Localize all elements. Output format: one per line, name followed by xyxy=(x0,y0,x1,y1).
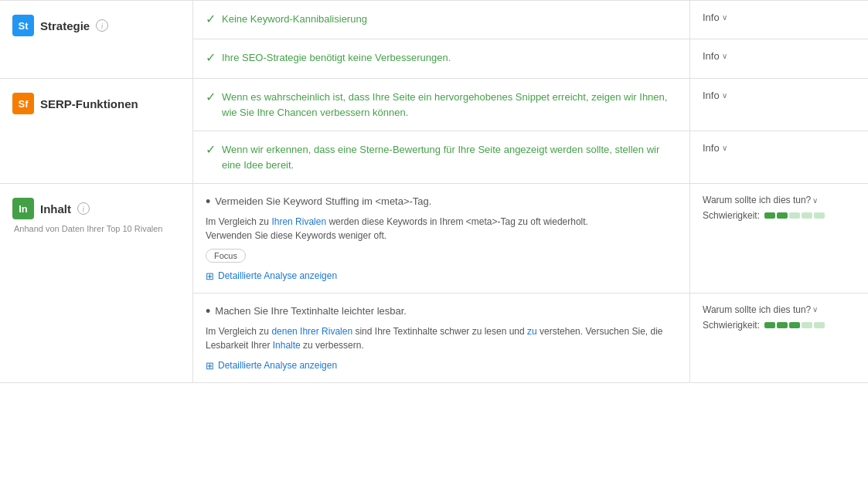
check-text: Ihre SEO-Strategie benötigt keine Verbes… xyxy=(222,50,451,66)
difficulty-bar xyxy=(802,322,812,328)
check-text: Keine Keyword-Kannibalisierung xyxy=(222,12,367,27)
section-serp: SfSERP-Funktionen✓Wenn es wahrscheinlich… xyxy=(0,78,868,183)
detail-analysis-link[interactable]: ⊞Detaillierte Analyse anzeigen xyxy=(206,270,677,282)
info-dropdown[interactable]: Info∨ xyxy=(703,50,856,62)
difficulty-bar xyxy=(777,212,788,219)
check-item: ✓Ihre SEO-Strategie benötigt keine Verbe… xyxy=(206,50,677,66)
info-label: Info xyxy=(703,12,720,23)
difficulty-bar xyxy=(802,212,812,219)
warum-text: Warum sollte ich dies tun? xyxy=(703,304,811,315)
info-dropdown[interactable]: Info∨ xyxy=(703,142,856,154)
info-dropdown[interactable]: Info∨ xyxy=(703,12,856,23)
row-content: ✓Keine Keyword-Kannibalisierung xyxy=(193,1,690,39)
grid-icon: ⊞ xyxy=(206,270,214,282)
checkmark-icon: ✓ xyxy=(206,90,216,106)
table-row: •Vermeiden Sie Keyword Stuffing im <meta… xyxy=(193,184,868,294)
check-item: ✓Wenn es wahrscheinlich ist, dass Ihre S… xyxy=(206,90,677,120)
detail-link-text: Detaillierte Analyse anzeigen xyxy=(218,360,337,371)
row-action: Info∨ xyxy=(690,39,868,78)
row-content: ✓Wenn wir erkennen, dass eine Sterne-Bew… xyxy=(193,131,690,183)
description-link[interactable]: Ihren Rivalen xyxy=(271,216,326,227)
difficulty-bar xyxy=(814,322,825,328)
row-action: Info∨ xyxy=(690,79,868,131)
section-title-strategie: Strategie xyxy=(40,19,90,32)
chevron-down-icon: ∨ xyxy=(722,13,727,22)
difficulty-bar xyxy=(814,212,825,219)
focus-tag[interactable]: Focus xyxy=(206,249,246,263)
grid-icon: ⊞ xyxy=(206,360,214,372)
table-row: ✓Keine Keyword-KannibalisierungInfo∨ xyxy=(193,1,868,39)
difficulty-bars xyxy=(764,322,825,328)
section-header-strategie: StStrategiei xyxy=(0,1,193,78)
section-rows-inhalt: •Vermeiden Sie Keyword Stuffing im <meta… xyxy=(193,184,868,382)
bullet-icon: • xyxy=(206,195,210,210)
table-row: •Machen Sie Ihre Textinhalte leichter le… xyxy=(193,294,868,382)
check-item: ✓Keine Keyword-Kannibalisierung xyxy=(206,12,677,28)
section-header-top: InInhalti xyxy=(12,198,180,219)
schwierigkeit-row: Schwierigkeit: xyxy=(703,320,856,331)
row-action: Warum sollte ich dies tun?∨Schwierigkeit… xyxy=(690,294,868,382)
warum-link[interactable]: Warum sollte ich dies tun?∨ xyxy=(703,195,856,205)
bullet-item: •Vermeiden Sie Keyword Stuffing im <meta… xyxy=(206,195,677,210)
section-strategie: StStrategiei✓Keine Keyword-Kannibalisier… xyxy=(0,0,868,78)
row-action: Info∨ xyxy=(690,131,868,183)
main-container: StStrategiei✓Keine Keyword-Kannibalisier… xyxy=(0,0,868,482)
difficulty-bars xyxy=(764,212,825,219)
section-title-inhalt: Inhalt xyxy=(40,202,71,216)
check-text: Wenn wir erkennen, dass eine Sterne-Bewe… xyxy=(222,142,677,172)
table-row: ✓Wenn es wahrscheinlich ist, dass Ihre S… xyxy=(193,79,868,131)
detail-link-text: Detaillierte Analyse anzeigen xyxy=(218,270,337,281)
section-subtitle-inhalt: Anhand von Daten Ihrer Top 10 Rivalen xyxy=(12,224,180,233)
info-circle-icon[interactable]: i xyxy=(77,202,90,215)
section-header-serp: SfSERP-Funktionen xyxy=(0,79,193,183)
difficulty-bar xyxy=(789,322,800,328)
check-text: Wenn es wahrscheinlich ist, dass Ihre Se… xyxy=(222,90,677,120)
warum-text: Warum sollte ich dies tun? xyxy=(703,195,811,205)
table-row: ✓Wenn wir erkennen, dass eine Sterne-Bew… xyxy=(193,131,868,183)
checkmark-icon: ✓ xyxy=(206,142,216,158)
badge-strategie: St xyxy=(12,15,34,36)
chevron-down-icon: ∨ xyxy=(812,196,818,205)
schwierigkeit-label: Schwierigkeit: xyxy=(703,210,760,221)
checkmark-icon: ✓ xyxy=(206,12,216,28)
difficulty-bar xyxy=(777,322,788,328)
row-description: Im Vergleich zu Ihren Rivalen werden die… xyxy=(206,215,677,243)
bullet-icon: • xyxy=(206,304,210,320)
section-rows-strategie: ✓Keine Keyword-KannibalisierungInfo∨✓Ihr… xyxy=(193,1,868,78)
info-circle-icon[interactable]: i xyxy=(96,19,108,32)
warum-link[interactable]: Warum sollte ich dies tun?∨ xyxy=(703,304,856,315)
description-link[interactable]: denen Ihrer Rivalen xyxy=(271,326,352,337)
info-label: Info xyxy=(703,142,720,154)
section-header-top: SfSERP-Funktionen xyxy=(12,93,180,114)
check-item: ✓Wenn wir erkennen, dass eine Sterne-Bew… xyxy=(206,142,677,172)
table-row: ✓Ihre SEO-Strategie benötigt keine Verbe… xyxy=(193,39,868,78)
checkmark-icon: ✓ xyxy=(206,50,216,66)
badge-serp: Sf xyxy=(12,93,34,114)
row-content: ✓Ihre SEO-Strategie benötigt keine Verbe… xyxy=(193,39,690,78)
info-dropdown[interactable]: Info∨ xyxy=(703,90,856,101)
row-action: Info∨ xyxy=(690,1,868,39)
row-content: •Machen Sie Ihre Textinhalte leichter le… xyxy=(193,294,690,382)
section-title-serp: SERP-Funktionen xyxy=(40,97,138,110)
detail-analysis-link[interactable]: ⊞Detaillierte Analyse anzeigen xyxy=(206,360,677,372)
row-content: ✓Wenn es wahrscheinlich ist, dass Ihre S… xyxy=(193,79,690,131)
badge-inhalt: In xyxy=(12,198,34,219)
section-header-top: StStrategiei xyxy=(12,15,180,36)
section-header-inhalt: InInhaltiAnhand von Daten Ihrer Top 10 R… xyxy=(0,184,193,382)
difficulty-bar xyxy=(764,322,775,328)
bullet-title: Vermeiden Sie Keyword Stuffing im <meta>… xyxy=(215,195,431,209)
chevron-down-icon: ∨ xyxy=(722,91,727,100)
bullet-title: Machen Sie Ihre Textinhalte leichter les… xyxy=(215,304,407,318)
description-link3[interactable]: Inhalte xyxy=(273,340,301,351)
row-action: Warum sollte ich dies tun?∨Schwierigkeit… xyxy=(690,184,868,293)
bullet-item: •Machen Sie Ihre Textinhalte leichter le… xyxy=(206,304,677,320)
difficulty-bar xyxy=(764,212,775,219)
chevron-down-icon: ∨ xyxy=(722,144,727,152)
description-link2[interactable]: zu xyxy=(527,326,537,337)
row-content: •Vermeiden Sie Keyword Stuffing im <meta… xyxy=(193,184,690,293)
schwierigkeit-row: Schwierigkeit: xyxy=(703,210,856,221)
info-label: Info xyxy=(703,90,720,101)
schwierigkeit-label: Schwierigkeit: xyxy=(703,320,760,331)
chevron-down-icon: ∨ xyxy=(812,305,818,314)
section-inhalt: InInhaltiAnhand von Daten Ihrer Top 10 R… xyxy=(0,183,868,383)
